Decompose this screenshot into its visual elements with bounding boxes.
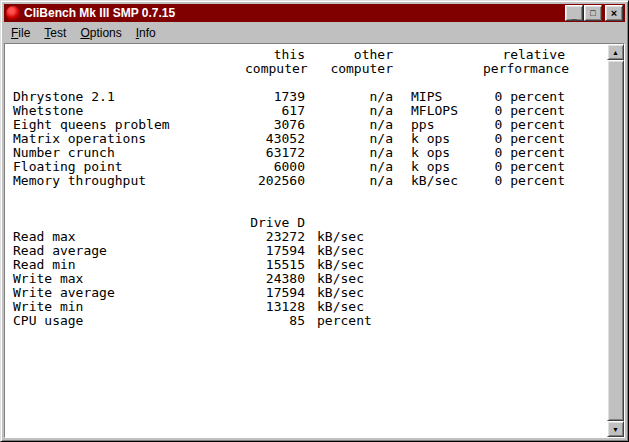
this-computer-value: 43052 (245, 132, 305, 146)
drive-metric-label: Read min (13, 258, 245, 272)
this-computer-value: 3076 (245, 118, 305, 132)
drive-metric-unit: kB/sec (305, 230, 393, 244)
close-button[interactable]: × (605, 5, 623, 21)
drive-row-read-average: Read average 17594 kB/sec (13, 244, 607, 258)
unit-label: k ops (393, 132, 483, 146)
other-computer-value: n/a (305, 160, 393, 174)
drive-metric-label: Write min (13, 300, 245, 314)
drive-metric-label: Read average (13, 244, 245, 258)
spacer (13, 76, 607, 90)
unit-label: pps (393, 118, 483, 132)
this-computer-value: 63172 (245, 146, 305, 160)
benchmark-row-eight-queens: Eight queens problem 3076 n/a pps 0 perc… (13, 118, 607, 132)
drive-row-cpu-usage: CPU usage 85 percent (13, 314, 607, 328)
drive-metric-unit: kB/sec (305, 258, 393, 272)
other-computer-value: n/a (305, 146, 393, 160)
menu-item-info[interactable]: Info (129, 24, 163, 42)
drive-metric-value: 17594 (245, 286, 305, 300)
drive-metric-unit: kB/sec (305, 286, 393, 300)
relative-performance-value: 0 percent (483, 132, 565, 146)
drive-metric-value: 15515 (245, 258, 305, 272)
benchmark-label: Number crunch (13, 146, 245, 160)
other-computer-value: n/a (305, 104, 393, 118)
drive-metric-label: CPU usage (13, 314, 245, 328)
benchmark-row-number-crunch: Number crunch 63172 n/a k ops 0 percent (13, 146, 607, 160)
drive-row-write-min: Write min 13128 kB/sec (13, 300, 607, 314)
scroll-up-button[interactable]: ▲ (607, 44, 624, 60)
window-title: CliBench Mk III SMP 0.7.15 (24, 6, 564, 20)
drive-metric-value: 17594 (245, 244, 305, 258)
other-computer-value: n/a (305, 174, 393, 188)
drive-metric-value: 85 (245, 314, 305, 328)
drive-metric-unit: kB/sec (305, 272, 393, 286)
drive-metric-unit: percent (305, 314, 393, 328)
column-header-other-computer: other computer (305, 48, 393, 76)
menu-item-test[interactable]: Test (37, 24, 73, 42)
drive-metric-label: Write max (13, 272, 245, 286)
this-computer-value: 1739 (245, 90, 305, 104)
other-computer-value: n/a (305, 118, 393, 132)
app-window: CliBench Mk III SMP 0.7.15 _ □ × File Te… (0, 0, 629, 442)
maximize-icon: □ (590, 9, 595, 18)
vertical-scrollbar[interactable]: ▲ ▼ (607, 44, 624, 437)
drive-header: Drive D (245, 216, 305, 230)
benchmark-row-floating-point: Floating point 6000 n/a k ops 0 percent (13, 160, 607, 174)
up-arrow-icon: ▲ (612, 49, 619, 56)
unit-label: MIPS (393, 90, 483, 104)
spacer (13, 188, 607, 216)
drive-header-row: Drive D (13, 216, 607, 230)
benchmark-row-memory-throughput: Memory throughput 202560 n/a kB/sec 0 pe… (13, 174, 607, 188)
other-computer-value: n/a (305, 132, 393, 146)
unit-label: k ops (393, 146, 483, 160)
benchmark-label: Floating point (13, 160, 245, 174)
drive-metric-value: 23272 (245, 230, 305, 244)
benchmark-label: Whetstone (13, 104, 245, 118)
unit-label: k ops (393, 160, 483, 174)
drive-row-read-min: Read min 15515 kB/sec (13, 258, 607, 272)
benchmark-label: Matrix operations (13, 132, 245, 146)
down-arrow-icon: ▼ (612, 426, 619, 433)
results-table: this computer other computer relative pe… (5, 44, 607, 437)
menu-item-file[interactable]: File (4, 24, 37, 42)
drive-metric-value: 24380 (245, 272, 305, 286)
drive-metric-label: Read max (13, 230, 245, 244)
benchmark-row-dhrystone: Dhrystone 2.1 1739 n/a MIPS 0 percent (13, 90, 607, 104)
app-icon[interactable] (6, 6, 20, 20)
window-controls: _ □ × (564, 5, 623, 21)
benchmark-label: Eight queens problem (13, 118, 245, 132)
relative-performance-value: 0 percent (483, 160, 565, 174)
other-computer-value: n/a (305, 90, 393, 104)
header-row: this computer other computer relative pe… (13, 48, 607, 76)
scroll-down-button[interactable]: ▼ (607, 421, 624, 437)
minimize-icon: _ (571, 12, 576, 21)
drive-metric-unit: kB/sec (305, 244, 393, 258)
drive-row-write-max: Write max 24380 kB/sec (13, 272, 607, 286)
title-bar[interactable]: CliBench Mk III SMP 0.7.15 _ □ × (4, 4, 625, 22)
drive-metric-label: Write average (13, 286, 245, 300)
relative-performance-value: 0 percent (483, 104, 565, 118)
drive-row-write-average: Write average 17594 kB/sec (13, 286, 607, 300)
drive-row-read-max: Read max 23272 kB/sec (13, 230, 607, 244)
this-computer-value: 202560 (245, 174, 305, 188)
this-computer-value: 6000 (245, 160, 305, 174)
content-area: this computer other computer relative pe… (4, 43, 625, 438)
relative-performance-value: 0 percent (483, 90, 565, 104)
scroll-thumb[interactable] (607, 60, 624, 421)
column-header-relative-performance: relative performance (483, 48, 565, 76)
relative-performance-value: 0 percent (483, 174, 565, 188)
relative-performance-value: 0 percent (483, 146, 565, 160)
maximize-button[interactable]: □ (584, 5, 602, 21)
unit-label: MFLOPS (393, 104, 483, 118)
column-header-this-computer: this computer (245, 48, 305, 76)
benchmark-row-whetstone: Whetstone 617 n/a MFLOPS 0 percent (13, 104, 607, 118)
benchmark-label: Dhrystone 2.1 (13, 90, 245, 104)
benchmark-label: Memory throughput (13, 174, 245, 188)
this-computer-value: 617 (245, 104, 305, 118)
menu-item-options[interactable]: Options (73, 24, 128, 42)
minimize-button[interactable]: _ (565, 5, 583, 21)
drive-metric-value: 13128 (245, 300, 305, 314)
drive-metric-unit: kB/sec (305, 300, 393, 314)
benchmark-row-matrix-operations: Matrix operations 43052 n/a k ops 0 perc… (13, 132, 607, 146)
menu-bar: File Test Options Info (4, 22, 625, 43)
close-icon: × (611, 8, 617, 19)
